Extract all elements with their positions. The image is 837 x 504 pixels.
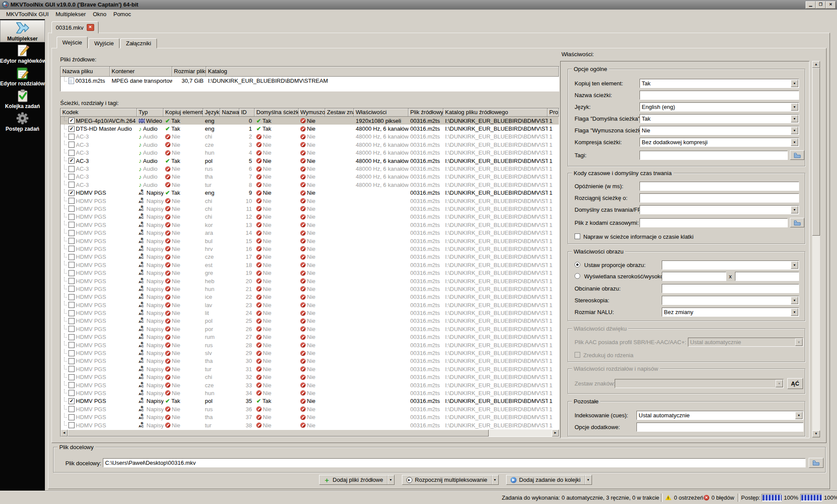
tab-wejście[interactable]: Wejście: [57, 37, 88, 48]
track-checkbox[interactable]: [68, 390, 75, 396]
track-checkbox[interactable]: [68, 286, 75, 292]
display-width-input[interactable]: [662, 272, 726, 281]
track-row[interactable]: AC-3♪AudioNiehun4NieNie48000 Hz, 6 kanał…: [61, 149, 559, 157]
tracks-column-header[interactable]: Język: [203, 108, 220, 117]
menu-item[interactable]: MKVToolNix GUI: [3, 10, 52, 19]
tab-wyjście[interactable]: Wyjście: [88, 38, 119, 48]
track-row[interactable]: HDMV PGSBACNapisyNierus28NieNie00316.m2t…: [61, 341, 559, 349]
track-name-input[interactable]: [640, 91, 799, 100]
button-rozpocznij-multipleksowanie[interactable]: ▶Rozpocznij multipleksowanie▼: [402, 475, 499, 485]
track-checkbox[interactable]: [68, 230, 75, 236]
chevron-down-icon[interactable]: ▼: [791, 297, 798, 304]
chevron-down-icon[interactable]: ▼: [791, 206, 798, 213]
sidebar-item-edytor-nag-wk-w[interactable]: Edytor nagłówków: [0, 43, 45, 65]
source-column-header[interactable]: Kontener: [110, 67, 172, 77]
track-row[interactable]: HDMV PGSBACNapisyNieslv29NieNie00316.m2t…: [61, 349, 559, 357]
track-row[interactable]: HDMV PGSBACNapisyNiehrv16NieNie00316.m2t…: [61, 245, 559, 253]
track-checkbox[interactable]: [68, 222, 75, 228]
tracks-column-header[interactable]: Właściwości: [354, 108, 408, 117]
track-row[interactable]: HDMV PGSBACNapisyNieara14NieNie00316.m2t…: [61, 229, 559, 237]
chevron-down-icon[interactable]: ▼: [791, 261, 798, 269]
chevron-down-icon[interactable]: ▼: [791, 308, 798, 316]
track-checkbox[interactable]: [68, 182, 75, 188]
cues-select[interactable]: Ustal automatycznie▼: [636, 411, 803, 420]
cropping-input[interactable]: [662, 284, 799, 293]
track-checkbox[interactable]: [68, 214, 75, 220]
menu-item[interactable]: Pomoc: [110, 10, 134, 19]
track-row[interactable]: AC-3♪AudioNierus6NieNie48000 Hz, 6 kanał…: [61, 165, 559, 173]
source-column-header[interactable]: Katalog: [206, 67, 559, 77]
scroll-down-icon[interactable]: ▼: [812, 430, 820, 437]
fix-bitstream-checkbox[interactable]: [575, 233, 580, 239]
default-flag-select[interactable]: Tak▼: [640, 114, 799, 123]
scroll-up-icon[interactable]: ▲: [812, 61, 820, 68]
track-row[interactable]: AC-3♪AudioNietha7NieNie48000 Hz, 6 kanał…: [61, 173, 559, 181]
track-row[interactable]: HDMV PGSBACNapisyNiehun34NieNie00316.m2t…: [61, 389, 559, 397]
scroll-right-icon[interactable]: ►: [552, 430, 559, 436]
stereoscopy-select[interactable]: ▼: [662, 296, 799, 305]
properties-vscrollbar[interactable]: ▲ ▼: [812, 61, 820, 437]
track-checkbox[interactable]: [68, 150, 75, 156]
track-checkbox[interactable]: [68, 142, 75, 148]
track-row[interactable]: AC-3♪AudioNietur8NieNie48000 Hz, 6 kanał…: [61, 181, 559, 189]
track-row[interactable]: HDMV PGSBACNapisyNiegre19NieNie00316.m2t…: [61, 269, 559, 277]
track-row[interactable]: HDMV PGSBACNapisyNieice22NieNie00316.m2t…: [61, 293, 559, 301]
track-checkbox[interactable]: [68, 414, 75, 420]
track-checkbox[interactable]: [68, 310, 75, 316]
display-dimensions-radio[interactable]: [575, 273, 580, 279]
track-checkbox[interactable]: [68, 302, 75, 308]
timestamp-file-input[interactable]: [640, 218, 788, 227]
tags-browse-button[interactable]: [790, 150, 804, 160]
sidebar-item-kolejka-zada-[interactable]: Kolejka zadań: [0, 88, 45, 110]
button-dodaj-pliki-r-d-owe[interactable]: ＋Dodaj pliki źródłowe▼: [319, 475, 395, 485]
chevron-down-icon[interactable]: ▼: [491, 475, 498, 484]
track-row[interactable]: HDMV PGSBACNapisyNiechi12NieNie00316.m2t…: [61, 213, 559, 221]
track-checkbox[interactable]: [68, 422, 75, 428]
track-row[interactable]: ✓AC-3♪Audio✔Takpol5NieNie48000 Hz, 6 kan…: [61, 157, 559, 165]
track-checkbox[interactable]: [68, 334, 75, 340]
track-row[interactable]: HDMV PGSBACNapisyNierum27NieNie00316.m2t…: [61, 333, 559, 341]
track-row[interactable]: HDMV PGSBACNapisyNieest18NieNie00316.m2t…: [61, 261, 559, 269]
tracks-column-header[interactable]: Kopiuj element: [163, 108, 203, 117]
track-row[interactable]: HDMV PGSBACNapisyNiechi10NieNie00316.m2t…: [61, 197, 559, 205]
track-row[interactable]: HDMV PGSBACNapisyNietha30NieNie00316.m2t…: [61, 357, 559, 365]
track-row[interactable]: HDMV PGSBACNapisyNiekor13NieNie00316.m2t…: [61, 221, 559, 229]
track-row[interactable]: HDMV PGSBACNapisyNierus36NieNie00316.m2t…: [61, 405, 559, 413]
tracks-column-header[interactable]: Wymuszo: [299, 108, 325, 117]
aspect-ratio-select[interactable]: ▼: [662, 260, 799, 270]
track-checkbox[interactable]: ✓: [68, 118, 75, 124]
track-row[interactable]: AC-3♪AudioNiechi2NieNie48000 Hz, 6 kanał…: [61, 133, 559, 141]
track-checkbox[interactable]: [68, 254, 75, 260]
menu-item[interactable]: Okno: [89, 10, 110, 19]
source-file-row[interactable]: 00316.m2tsMPEG dane transportowe30,7 GiB…: [61, 77, 559, 85]
document-tab[interactable]: 00316.mkv ✕: [51, 21, 99, 34]
track-checkbox[interactable]: [68, 166, 75, 172]
track-checkbox[interactable]: [68, 238, 75, 244]
timestamp-browse-button[interactable]: [790, 218, 804, 227]
menu-item[interactable]: Multiplekser: [52, 10, 89, 19]
track-checkbox[interactable]: [68, 198, 75, 204]
tracks-column-header[interactable]: Typ: [137, 108, 163, 117]
track-checkbox[interactable]: ✓: [68, 158, 75, 164]
track-row[interactable]: ✓DTS-HD Master Audio♪Audio✔Takeng1✔TakNi…: [61, 125, 559, 132]
chevron-down-icon[interactable]: ▼: [791, 80, 798, 87]
track-row[interactable]: HDMV PGSBACNapisyNiepol25NieNie00316.m2t…: [61, 317, 559, 325]
track-checkbox[interactable]: [68, 134, 75, 140]
track-checkbox[interactable]: ✓: [68, 126, 75, 132]
sidebar-item-post-p-zada-[interactable]: Postęp zadań: [0, 111, 45, 133]
track-checkbox[interactable]: [68, 318, 75, 324]
track-checkbox[interactable]: [68, 326, 75, 332]
track-checkbox[interactable]: [68, 374, 75, 380]
chevron-down-icon[interactable]: ▼: [585, 475, 592, 484]
tracks-column-header[interactable]: Zestaw zna: [325, 108, 354, 117]
track-row[interactable]: HDMV PGSBACNapisyNieheb20NieNie00316.m2t…: [61, 277, 559, 285]
stretch-input[interactable]: [640, 193, 799, 203]
track-checkbox[interactable]: [68, 246, 75, 252]
chevron-down-icon[interactable]: ▼: [795, 412, 803, 419]
default-duration-select[interactable]: ▼: [640, 205, 799, 214]
source-column-header[interactable]: Nazwa pliku: [61, 67, 110, 77]
track-row[interactable]: HDMV PGSBACNapisyNiepor26NieNie00316.m2t…: [61, 325, 559, 333]
track-checkbox[interactable]: [68, 350, 75, 356]
track-checkbox[interactable]: [68, 262, 75, 268]
track-row[interactable]: AC-3♪AudioNiecze3NieNie48000 Hz, 6 kanał…: [61, 141, 559, 149]
